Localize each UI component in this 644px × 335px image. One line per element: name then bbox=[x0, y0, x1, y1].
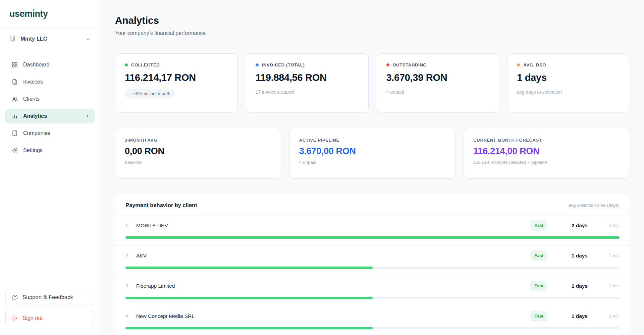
stat-card-outstanding: OUTSTANDING3.670,39 RON4 unpaid bbox=[377, 53, 499, 113]
invoice-count: 3 inv. bbox=[588, 222, 620, 229]
speed-badge: Fast bbox=[530, 311, 547, 322]
speed-badge: Fast bbox=[530, 220, 547, 231]
panel-unit-label: avg collection time (days) bbox=[569, 203, 620, 208]
sidebar-item-label: Invoices bbox=[23, 79, 43, 85]
status-dot bbox=[386, 63, 389, 66]
support-feedback-button[interactable]: Support & Feedback bbox=[5, 289, 94, 305]
stat-card-subtext: avg days to collection bbox=[517, 89, 620, 95]
panel-header: Payment behavior by client avg collectio… bbox=[115, 194, 630, 216]
sign-out-label: Sign out bbox=[22, 315, 43, 321]
client-rank: 2. bbox=[125, 252, 136, 259]
status-dot bbox=[125, 63, 128, 66]
app-logo: usemınty bbox=[9, 9, 90, 19]
summary-card-active-pipeline: ACTIVE PIPELINE3.670,00 RON4 unpaid bbox=[289, 128, 456, 179]
sidebar-item-companies[interactable]: Companies bbox=[5, 126, 95, 141]
stat-card-value: 1 days bbox=[517, 72, 620, 83]
support-feedback-label: Support & Feedback bbox=[22, 294, 73, 300]
avg-days-value: 2 days bbox=[547, 222, 588, 229]
client-name: New Concept Media SRL bbox=[136, 313, 195, 320]
sign-out-button[interactable]: Sign out bbox=[5, 310, 94, 326]
invoice-count: 2 inv. bbox=[588, 252, 620, 259]
panel-title: Payment behavior by client bbox=[125, 202, 197, 208]
sidebar-item-label: Analytics bbox=[23, 113, 47, 119]
collection-time-bar-fill bbox=[125, 327, 373, 329]
sidebar: usemınty Minty LLC DashboardInvoicesClie… bbox=[0, 0, 100, 335]
summary-card-subtext: baseline bbox=[125, 160, 272, 165]
stat-card-subtext: 17 invoices issued bbox=[256, 89, 359, 95]
payment-behavior-panel: Payment behavior by client avg collectio… bbox=[115, 194, 630, 335]
stat-card-label: OUTSTANDING bbox=[393, 62, 427, 67]
client-row[interactable]: 1.MOBILE DEVFast2 days3 inv. bbox=[115, 216, 630, 246]
stat-card-avg-dso: AVG. DSO1 daysavg days to collection bbox=[507, 53, 630, 113]
collection-time-bar-track bbox=[125, 327, 620, 329]
stat-card-value: 116.214,17 RON bbox=[125, 72, 228, 83]
summary-cards-row: 3-MONTH AVG0,00 RONbaselineACTIVE PIPELI… bbox=[115, 128, 630, 179]
speed-badge: Fast bbox=[530, 281, 547, 291]
summary-card-subtext: 116.214,00 RON collected + pipeline bbox=[473, 160, 620, 165]
main-content: Analytics Your company's financial perfo… bbox=[100, 0, 644, 335]
summary-card-value: 0,00 RON bbox=[125, 146, 272, 156]
sidebar-item-label: Settings bbox=[23, 147, 43, 153]
collection-time-bar-track bbox=[125, 297, 620, 299]
page-title: Analytics bbox=[115, 14, 630, 27]
client-rank: 3. bbox=[125, 283, 136, 289]
summary-card-month-avg: 3-MONTH AVG0,00 RONbaseline bbox=[115, 128, 281, 179]
company-name: Minty LLC bbox=[20, 36, 47, 42]
collection-time-bar-fill bbox=[125, 297, 373, 299]
collection-time-bar-fill bbox=[125, 236, 620, 239]
sidebar-item-clients[interactable]: Clients bbox=[5, 92, 95, 106]
summary-card-value: 3.670,00 RON bbox=[299, 146, 446, 156]
sidebar-item-invoices[interactable]: Invoices bbox=[5, 75, 95, 89]
summary-card-current-month-forecast: CURRENT MONTH FORECAST116.214,00 RON116.… bbox=[464, 128, 630, 179]
client-rank: 1. bbox=[125, 222, 136, 229]
sidebar-item-analytics[interactable]: Analytics bbox=[5, 109, 95, 124]
page-subtitle: Your company's financial performance bbox=[115, 30, 630, 37]
stat-card-trend-badge: – ~0% vs last month bbox=[125, 89, 175, 98]
invoice-count: 2 inv. bbox=[588, 283, 620, 289]
collection-time-bar-track bbox=[125, 236, 620, 239]
building-icon bbox=[9, 35, 16, 42]
status-dot bbox=[517, 63, 520, 66]
collection-time-bar-fill bbox=[125, 267, 373, 269]
sign-out-icon bbox=[12, 315, 18, 321]
client-behavior-list: 1.MOBILE DEVFast2 days3 inv.2.AKVFast1 d… bbox=[115, 216, 630, 335]
sidebar-bottom: Support & Feedback Sign out bbox=[0, 289, 100, 335]
chevron-down-icon bbox=[85, 36, 92, 43]
avg-days-value: 1 days bbox=[547, 252, 588, 259]
invoice-icon bbox=[11, 79, 18, 85]
status-dot bbox=[256, 63, 259, 66]
sidebar-item-settings[interactable]: Settings bbox=[5, 143, 95, 158]
logo-container: usemınty bbox=[0, 0, 100, 28]
avg-days-value: 1 days bbox=[547, 283, 588, 289]
dashboard-icon bbox=[11, 61, 18, 68]
sidebar-item-label: Dashboard bbox=[23, 62, 49, 68]
sidebar-item-label: Clients bbox=[23, 96, 40, 102]
settings-icon bbox=[11, 147, 18, 154]
summary-card-label: 3-MONTH AVG bbox=[125, 138, 272, 143]
sign-out-icon bbox=[12, 315, 18, 321]
companies-icon bbox=[11, 130, 18, 137]
invoice-count: 1 inv. bbox=[588, 313, 620, 320]
company-selector[interactable]: Minty LLC bbox=[0, 28, 100, 50]
sidebar-item-dashboard[interactable]: Dashboard bbox=[5, 57, 95, 72]
sidebar-item-label: Companies bbox=[23, 130, 50, 136]
speed-badge: Fast bbox=[530, 250, 547, 261]
client-row[interactable]: 2.AKVFast1 days2 inv. bbox=[115, 246, 630, 276]
stat-card-subtext: 4 unpaid bbox=[386, 89, 490, 95]
client-name: AKV bbox=[136, 252, 147, 259]
sidebar-nav: DashboardInvoicesClientsAnalyticsCompani… bbox=[0, 50, 100, 165]
summary-card-label: CURRENT MONTH FORECAST bbox=[473, 138, 620, 143]
client-row[interactable]: 4.New Concept Media SRLFast1 days1 inv. bbox=[115, 306, 630, 335]
stat-card-label: INVOICED (TOTAL) bbox=[262, 62, 305, 67]
stat-cards-row: COLLECTED116.214,17 RON– ~0% vs last mon… bbox=[115, 53, 630, 113]
clients-icon bbox=[11, 96, 18, 102]
stat-card-collected: COLLECTED116.214,17 RON– ~0% vs last mon… bbox=[115, 53, 238, 113]
client-row[interactable]: 3.Fiberapp LimitedFast1 days2 inv. bbox=[115, 276, 630, 306]
summary-card-subtext: 4 unpaid bbox=[299, 160, 446, 165]
summary-card-value: 116.214,00 RON bbox=[473, 146, 620, 156]
chevron-right-icon bbox=[85, 113, 90, 119]
help-chat-icon bbox=[12, 294, 18, 300]
stat-card-label: COLLECTED bbox=[131, 62, 160, 67]
building-icon bbox=[9, 35, 16, 42]
stat-card-value: 3.670,39 RON bbox=[386, 72, 490, 83]
